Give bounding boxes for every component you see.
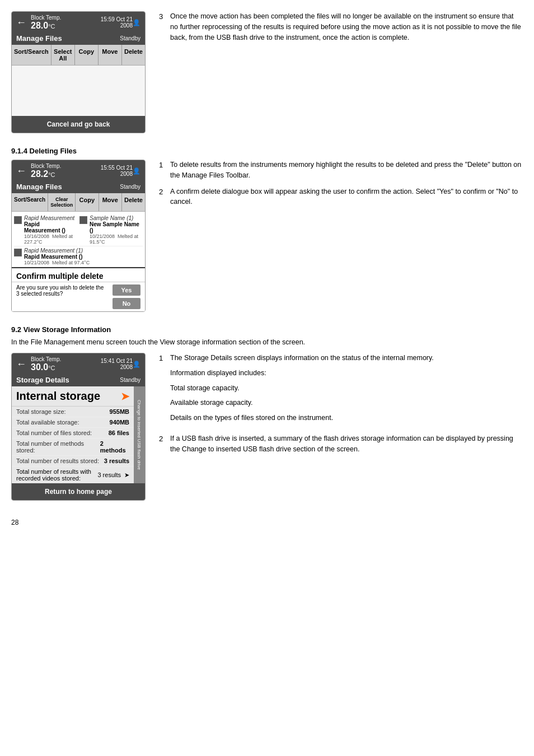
temp-block-2: Block Temp. 28.2°C [31, 162, 87, 179]
move-btn-2[interactable]: Move [99, 193, 122, 211]
file-content-1: Rapid Measurement Rapid Measurement () 1… [24, 215, 77, 245]
file-meta-1: 10/16/2008 Melted at 227.2°C [24, 234, 77, 245]
device-header-1: ← Block Temp. 28.0°C 15:59 Oct 21 2008 👤 [12, 12, 145, 33]
section2-text: 1 To delete results from the instruments… [159, 160, 523, 213]
temp-value-3: 30.0 [31, 362, 48, 372]
date-2: 15:55 Oct 21 2008 [87, 165, 133, 177]
temp-label-1: Block Temp. [31, 15, 61, 21]
device-header-2: ← Block Temp. 28.2°C 15:55 Oct 21 2008 👤 [12, 160, 145, 181]
move-btn-1[interactable]: Move [99, 45, 122, 65]
storage-value-2: 86 files [109, 430, 129, 436]
step-num-1: 3 [159, 11, 167, 43]
storage-value-1: 940MB [110, 419, 129, 426]
datetime-3: 15:41 Oct 21 2008 [87, 358, 133, 370]
confirm-body: Are you sure you wish to delete the 3 se… [12, 282, 145, 311]
standby-1: Standby [120, 35, 140, 41]
storage-wrapper: Internal storage ➤ Total storage size: 9… [12, 386, 145, 483]
storage-value-5: 3 results [97, 472, 121, 478]
return-home-btn[interactable]: Return to home page [12, 483, 145, 500]
copy-btn-1[interactable]: Copy [75, 45, 99, 65]
toolbar-1: Sort/Search Select All Copy Move Delete [12, 45, 145, 66]
section3-device: ← Block Temp. 30.0°C 15:41 Oct 21 2008 👤 [11, 353, 146, 501]
confirm-dialog: Confirm multiple delete Are you sure you… [12, 267, 145, 311]
section3-step1: 1 The Storage Details screen displays in… [159, 353, 523, 428]
section2-step2: 2 A confirm delete dialogue box will app… [159, 186, 523, 208]
file-row-1: Rapid Measurement Rapid Measurement () 1… [12, 212, 145, 246]
back-arrow-icon-1[interactable]: ← [16, 17, 26, 29]
device-content-2: Rapid Measurement Rapid Measurement () 1… [12, 212, 145, 311]
no-button[interactable]: No [113, 298, 140, 309]
section2-container: 9.1.4 Deleting Files ← Block Temp. 28.2°… [11, 147, 523, 312]
yes-button[interactable]: Yes [113, 284, 140, 296]
temp-label-3: Block Temp. [31, 356, 61, 362]
section1-device: ← Block Temp. 28.0°C 15:59 Oct 21 2008 👤… [11, 11, 146, 133]
storage-label-2: Total number of files stored: [16, 430, 92, 436]
section2-step1: 1 To delete results from the instruments… [159, 160, 523, 181]
step-num-3-1: 1 [159, 353, 167, 428]
temp-unit-1: °C [48, 23, 55, 30]
file-content-2: Sample Name (1) New Sample Name () 10/21… [90, 215, 143, 245]
step-text-1: Once the move action has been completed … [170, 11, 523, 43]
usb-label[interactable]: Change to inserted USB flash drive [134, 386, 145, 483]
device-title-2: Manage Files [16, 183, 62, 191]
temp-label-2: Block Temp. [31, 163, 61, 169]
file-meta-3: 10/21/2008 Melted at 97.4°C [24, 260, 143, 265]
storage-last-right: 3 results ➤ [97, 472, 129, 479]
device-title-3: Storage Details [16, 376, 69, 384]
storage-details-device: ← Block Temp. 30.0°C 15:41 Oct 21 2008 👤 [11, 353, 146, 501]
storage-value-3: 2 methods [100, 440, 129, 454]
select-all-btn-1[interactable]: Select All [51, 45, 75, 65]
file-row-2: Rapid Measurement (1) Rapid Measurement … [12, 246, 145, 267]
step-text-3-1: The Storage Details screen displays info… [170, 353, 434, 428]
step-text-2-1: To delete results from the instruments m… [170, 160, 523, 181]
storage-label-5: Total number of results withrecorded vid… [16, 468, 97, 482]
standby-3: Standby [120, 377, 140, 383]
copy-btn-2[interactable]: Copy [76, 193, 99, 211]
person-icon-2: 👤 [133, 167, 140, 175]
file-col-left-1: Rapid Measurement Rapid Measurement () 1… [14, 214, 77, 246]
file-name-2: Sample Name (1) [90, 215, 143, 221]
storage-label-0: Total storage size: [16, 408, 66, 415]
checkbox-3[interactable] [14, 249, 22, 256]
sort-search-btn-2[interactable]: Sort/Search [12, 193, 48, 211]
header-left-1: ← Block Temp. 28.0°C [16, 14, 87, 31]
temp-unit-2: °C [48, 171, 55, 178]
step-text-3-2: If a USB flash drive is inserted, a summ… [170, 433, 523, 455]
sort-search-btn-1[interactable]: Sort/Search [12, 45, 51, 65]
section1-row: ← Block Temp. 28.0°C 15:59 Oct 21 2008 👤… [11, 11, 523, 133]
arrow-right-icon-top[interactable]: ➤ [121, 390, 129, 403]
storage-row-5: Total number of results withrecorded vid… [12, 466, 134, 483]
confirm-buttons: Yes No [113, 284, 140, 309]
storage-row-1: Total available storage: 940MB [12, 417, 134, 428]
step-text-2-2: A confirm delete dialogue box will appea… [170, 186, 523, 208]
header-left-3: ← Block Temp. 30.0°C [16, 356, 87, 372]
storage-label-1: Total available storage: [16, 419, 79, 426]
cancel-go-back-btn[interactable]: Cancel and go back [12, 116, 145, 133]
file-data-3: Rapid Measurement () [24, 254, 143, 260]
section3-row: ← Block Temp. 30.0°C 15:41 Oct 21 2008 👤 [11, 353, 523, 501]
manage-files-device-2: ← Block Temp. 28.2°C 15:55 Oct 21 2008 👤 [11, 160, 146, 312]
file-item-1: Rapid Measurement Rapid Measurement () 1… [14, 214, 77, 246]
back-arrow-icon-2[interactable]: ← [16, 165, 26, 177]
temp-value-1: 28.0 [31, 21, 48, 30]
section2-heading: 9.1.4 Deleting Files [11, 147, 523, 155]
temp-value-2: 28.2 [31, 169, 48, 179]
checkbox-2[interactable] [79, 216, 87, 224]
device-subheader-3: Storage Details Standby [12, 375, 145, 386]
delete-btn-2[interactable]: Delete [122, 193, 145, 211]
device-header-3: ← Block Temp. 30.0°C 15:41 Oct 21 2008 👤 [12, 353, 145, 375]
page-layout: ← Block Temp. 28.0°C 15:59 Oct 21 2008 👤… [11, 11, 523, 526]
arrow-right-icon-bottom[interactable]: ➤ [124, 472, 129, 479]
confirm-title: Confirm multiple delete [12, 268, 145, 282]
delete-btn-1[interactable]: Delete [122, 45, 145, 65]
manage-files-device-1: ← Block Temp. 28.0°C 15:59 Oct 21 2008 👤… [11, 11, 146, 133]
back-arrow-icon-3[interactable]: ← [16, 358, 26, 370]
storage-row-3: Total number of methods stored: 2 method… [12, 438, 134, 456]
clear-selection-btn[interactable]: Clear Selection [48, 193, 76, 211]
header-left-2: ← Block Temp. 28.2°C [16, 162, 87, 179]
file-content-3: Rapid Measurement (1) Rapid Measurement … [24, 248, 143, 265]
file-name-1: Rapid Measurement [24, 215, 77, 221]
checkbox-1[interactable] [14, 216, 22, 224]
storage-row-4: Total number of results stored: 3 result… [12, 456, 134, 466]
storage-title-text: Internal storage [16, 390, 100, 403]
